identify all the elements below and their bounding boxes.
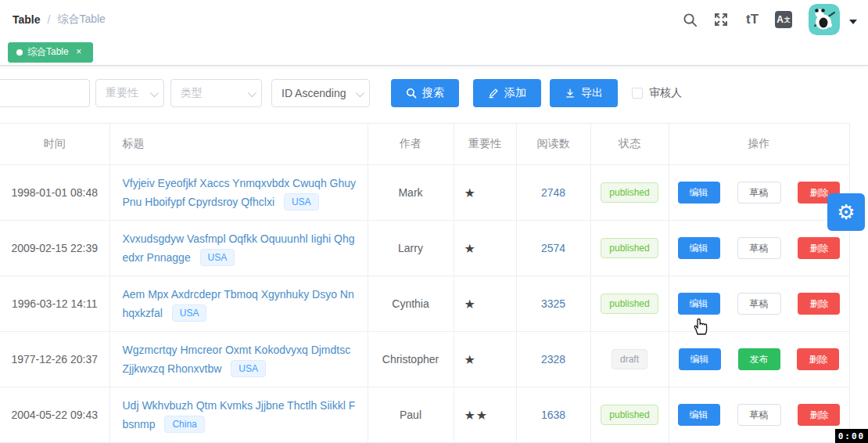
reads-link[interactable]: 2574 (541, 242, 565, 254)
reviewer-checkbox[interactable]: 审核人 (632, 86, 682, 100)
cell-reads: 2574 (516, 221, 590, 276)
title-link[interactable]: Udj Wkhvbuzh Qtm Kvmks Jjjbne Thctlh Sii… (123, 399, 356, 430)
checkbox-icon[interactable] (632, 88, 643, 99)
navbar: Table / 综合Table tT A文 (0, 0, 868, 39)
recording-timer: 0:00 (835, 429, 868, 443)
cell-author: Paul (368, 387, 454, 443)
active-dot-icon (16, 49, 23, 56)
reads-link[interactable]: 2328 (541, 353, 565, 366)
importance-select[interactable]: 重要性 (95, 79, 164, 107)
search-button[interactable]: 搜索 (391, 79, 459, 107)
country-tag: USA (172, 304, 207, 322)
edit-button[interactable]: 编辑 (678, 404, 720, 426)
cell-status: published (590, 165, 669, 221)
chevron-down-icon (356, 88, 364, 97)
reads-link[interactable]: 2748 (541, 186, 565, 199)
cell-reads: 2748 (516, 165, 590, 221)
table-header-row: 时间 标题 作者 重要性 阅读数 状态 操作 (0, 124, 849, 165)
delete-button[interactable]: 删除 (798, 404, 840, 426)
cell-time: 2009-02-15 22:39 (0, 221, 109, 276)
export-button[interactable]: 导出 (550, 79, 618, 107)
edit-icon (488, 88, 499, 99)
cell-actions: 编辑 发布 删除 (669, 332, 849, 387)
table-row: 1998-01-01 08:48 Vfyjeiv Eyeofjkf Xaccs … (0, 165, 849, 221)
cell-title: Vfyjeiv Eyeofjkf Xaccs Ynmqxvbdx Cwuqh G… (109, 165, 368, 221)
search-icon (406, 88, 417, 99)
settings-panel-button[interactable]: ⚙ (827, 193, 865, 231)
title-link[interactable]: Vfyjeiv Eyeofjkf Xaccs Ynmqxvbdx Cwuqh G… (123, 177, 357, 208)
text-size-icon[interactable]: tT (743, 10, 762, 29)
delete-button[interactable]: 删除 (797, 348, 839, 370)
breadcrumb-current: 综合Table (57, 13, 105, 27)
title-link[interactable]: Aem Mpx Axdrcdepr Tbmoq Xgynhuky Dsyo Nn… (123, 288, 354, 319)
cell-reads: 2328 (516, 332, 590, 387)
breadcrumb: Table / 综合Table (13, 13, 106, 27)
edit-button[interactable]: 编辑 (678, 293, 720, 315)
status-badge: published (601, 238, 658, 258)
breadcrumb-root[interactable]: Table (13, 13, 41, 26)
header-actions: 操作 (669, 124, 849, 165)
navbar-actions: tT A文 (668, 4, 857, 35)
filter-bar: 重要性 类型 ID Ascending 搜索 添加 导出 审核人 (0, 79, 868, 107)
tag-view-item[interactable]: 综合Table × (8, 42, 93, 63)
reads-link[interactable]: 3325 (541, 297, 565, 310)
edit-button[interactable]: 编辑 (678, 237, 720, 259)
draft-button[interactable]: 草稿 (737, 404, 781, 426)
cell-title: Aem Mpx Axdrcdepr Tbmoq Xgynhuky Dsyo Nn… (109, 276, 368, 332)
title-link[interactable]: Xvxudsgdyw Vasfmpl Oqfkk Oquuunhl Iighi … (123, 232, 355, 264)
status-badge: published (601, 182, 658, 203)
download-icon (565, 88, 576, 99)
status-badge: published (601, 405, 658, 425)
tags-view-bar: 综合Table × (0, 39, 868, 66)
cell-status: published (590, 387, 669, 443)
cell-time: 1996-03-12 14:11 (0, 276, 109, 332)
header-title: 标题 (109, 124, 368, 165)
cell-status: published (590, 221, 669, 276)
close-icon[interactable]: × (74, 47, 84, 58)
country-tag: USA (200, 249, 235, 266)
table-row: 1996-03-12 14:11 Aem Mpx Axdrcdepr Tbmoq… (0, 276, 849, 332)
chevron-down-icon (150, 88, 159, 97)
header-reads: 阅读数 (516, 124, 590, 165)
cell-author: Larry (368, 221, 454, 276)
importance-stars: ★ (454, 332, 516, 387)
chevron-down-icon[interactable] (849, 20, 857, 24)
cell-title: Xvxudsgdyw Vasfmpl Oqfkk Oquuunhl Iighi … (109, 221, 368, 276)
delete-button[interactable]: 删除 (798, 293, 840, 315)
cell-actions: 编辑 草稿 删除 (669, 276, 849, 332)
cell-author: Mark (368, 165, 454, 221)
edit-button[interactable]: 编辑 (679, 348, 721, 370)
fullscreen-icon[interactable] (712, 10, 730, 29)
country-tag: USA (284, 193, 319, 211)
header-importance: 重要性 (454, 124, 516, 165)
avatar-image (809, 4, 840, 35)
draft-button[interactable]: 草稿 (737, 293, 781, 315)
sort-select[interactable]: ID Ascending (271, 79, 370, 107)
table-row: 1977-12-26 20:37 Wgzmcrtqy Hmcreor Oxmt … (0, 332, 849, 387)
cell-status: draft (590, 332, 669, 387)
draft-button[interactable]: 草稿 (737, 237, 781, 259)
cell-time: 2004-05-22 09:43 (0, 387, 109, 443)
cell-title: Wgzmcrtqy Hmcreor Oxmt Kokodvyxq Djmdtsc… (109, 332, 368, 387)
header-status: 状态 (590, 124, 669, 165)
search-icon[interactable] (680, 10, 699, 29)
country-tag: China (164, 416, 204, 433)
edit-button[interactable]: 编辑 (678, 182, 720, 203)
add-button[interactable]: 添加 (473, 79, 541, 107)
draft-button[interactable]: 草稿 (737, 182, 781, 203)
publish-button[interactable]: 发布 (738, 348, 780, 370)
reads-link[interactable]: 1638 (541, 409, 565, 421)
delete-button[interactable]: 删除 (798, 237, 840, 259)
user-avatar[interactable] (809, 4, 857, 35)
table-row: 2009-02-15 22:39 Xvxudsgdyw Vasfmpl Oqfk… (0, 221, 849, 276)
type-select[interactable]: 类型 (170, 79, 262, 107)
keyword-input[interactable] (0, 79, 90, 107)
status-badge: published (601, 294, 658, 314)
language-icon[interactable]: A文 (774, 10, 793, 29)
cell-status: published (590, 276, 669, 332)
gear-icon: ⚙ (837, 202, 855, 222)
cell-time: 1977-12-26 20:37 (0, 332, 109, 387)
cell-author: Cynthia (368, 276, 454, 332)
importance-stars: ★ (454, 165, 516, 221)
cell-time: 1998-01-01 08:48 (0, 165, 109, 221)
